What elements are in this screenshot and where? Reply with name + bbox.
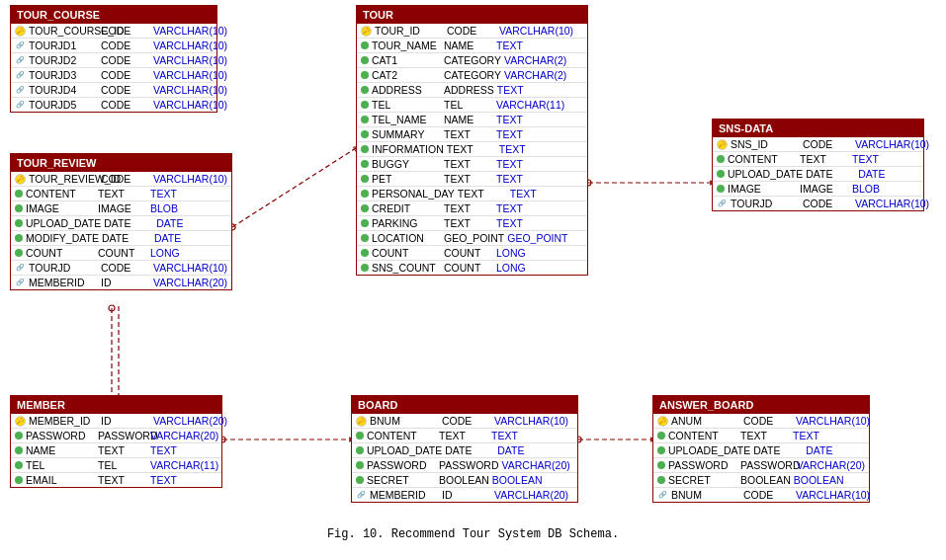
- column-dtype: GEO_POINT: [507, 232, 567, 244]
- column-name: IMAGE: [728, 183, 797, 195]
- table-row: PASSWORDPASSWORDVARCHAR(20): [352, 458, 577, 473]
- column-type: CODE: [803, 138, 852, 150]
- table-row: 🔗TOURJD2CODEVARCLHAR(10): [11, 53, 216, 68]
- column-dtype: VARCHAR(20): [797, 459, 865, 471]
- column-type: PASSWORD: [98, 430, 147, 441]
- column-name: ADDRESS: [372, 84, 441, 96]
- column-name: TOUR_COURSE_ID: [29, 25, 98, 37]
- column-type: PASSWORD: [439, 459, 498, 471]
- table-row: TOUR_NAMENAMETEXT: [357, 39, 587, 53]
- table-row: CAT1CATEGORYVARCHAR(2): [357, 53, 587, 68]
- column-dtype: DATE: [156, 217, 183, 229]
- field-icon: [15, 219, 23, 227]
- column-dtype: DATE: [806, 444, 832, 456]
- field-icon: [361, 41, 369, 49]
- column-dtype: TEXT: [496, 173, 523, 185]
- column-name: TOURJD: [29, 262, 98, 274]
- column-type: CODE: [101, 84, 150, 96]
- column-dtype: VARCLHAR(10): [153, 69, 227, 81]
- column-dtype: VARCLHAR(10): [153, 99, 227, 111]
- column-type: CODE: [101, 54, 150, 66]
- table-header-tour_review: TOUR_REVIEW: [11, 154, 231, 172]
- column-name: PASSWORD: [668, 459, 737, 471]
- column-type: CODE: [101, 99, 150, 111]
- column-dtype: VARCHAR(2): [504, 54, 566, 66]
- column-type: CATEGORY: [444, 69, 501, 81]
- column-name: MEMBER_ID: [29, 415, 98, 427]
- table-row: NAMETEXTTEXT: [11, 443, 221, 458]
- column-name: UPLOAD_DATE: [728, 168, 803, 180]
- column-dtype: VARCHAR(20): [501, 459, 569, 471]
- column-name: MEMBERID: [29, 277, 98, 288]
- table-row: CREDITTEXTTEXT: [357, 201, 587, 216]
- field-icon: [15, 234, 23, 242]
- column-dtype: VARCLHAR(20): [153, 415, 227, 427]
- column-name: TEL: [26, 459, 95, 471]
- column-name: EMAIL: [26, 474, 95, 486]
- column-name: PARKING: [372, 217, 441, 229]
- field-icon: [361, 101, 369, 109]
- column-dtype: TEXT: [496, 158, 523, 170]
- column-name: LOCATION: [372, 232, 441, 244]
- table-header-member: MEMBER: [11, 396, 221, 414]
- table-row: 🔗TOURJD5CODEVARCLHAR(10): [11, 98, 216, 112]
- field-icon: [657, 461, 665, 469]
- table-tour_course: TOUR_COURSE🔑TOUR_COURSE_IDCODEVARCLHAR(1…: [10, 5, 217, 113]
- field-icon: [361, 234, 369, 242]
- column-name: SECRET: [668, 474, 737, 486]
- column-name: SUMMARY: [372, 128, 441, 140]
- table-row: ADDRESSADDRESSTEXT: [357, 83, 587, 98]
- column-name: TEL_NAME: [372, 114, 441, 125]
- field-icon: [356, 432, 364, 440]
- table-row: PARKINGTEXTTEXT: [357, 216, 587, 231]
- column-type: TEXT: [458, 188, 507, 200]
- column-type: PASSWORD: [740, 459, 794, 471]
- column-name: TOURJD2: [29, 54, 98, 66]
- field-icon: [356, 461, 364, 469]
- column-name: TOUR_NAME: [372, 40, 441, 51]
- column-name: TOURJD3: [29, 69, 98, 81]
- column-type: TEXT: [444, 128, 493, 140]
- column-name: TEL: [372, 99, 441, 111]
- column-dtype: VARCLHAR(10): [855, 198, 929, 209]
- table-row: PASSWORDPASSWORDVARCHAR(20): [11, 429, 221, 443]
- link-icon: 🔗: [15, 40, 26, 51]
- field-icon: [361, 71, 369, 79]
- column-dtype: VARCLHAR(10): [153, 173, 227, 185]
- column-type: DATE: [445, 444, 494, 456]
- column-dtype: BOOLEAN: [794, 474, 844, 486]
- field-icon: [15, 432, 23, 440]
- column-name: MEMBERID: [370, 489, 439, 501]
- column-dtype: VARCLHAR(10): [153, 262, 227, 274]
- column-dtype: TEXT: [496, 114, 523, 125]
- column-type: DATE: [102, 232, 151, 244]
- link-icon: 🔗: [15, 70, 26, 81]
- table-row: SECRETBOOLEANBOOLEAN: [653, 473, 869, 488]
- key-icon: 🔑: [356, 416, 367, 427]
- column-type: IMAGE: [800, 183, 849, 195]
- table-row: 🔗MEMBERIDIDVARCLHAR(20): [11, 276, 231, 289]
- column-type: TEXT: [98, 474, 147, 486]
- table-row: EMAILTEXTTEXT: [11, 473, 221, 487]
- column-dtype: TEXT: [496, 128, 523, 140]
- column-dtype: DATE: [497, 444, 524, 456]
- field-icon: [361, 160, 369, 168]
- column-name: CONTENT: [26, 188, 95, 200]
- column-name: MODIFY_DATE: [26, 232, 99, 244]
- column-dtype: VARCHAR(11): [496, 99, 564, 111]
- table-row: 🔑TOUR_REVIEW_IDCODEVARCLHAR(10): [11, 172, 231, 187]
- field-icon: [15, 461, 23, 469]
- column-dtype: TEXT: [491, 430, 518, 441]
- column-name: CONTENT: [668, 430, 737, 441]
- column-name: ANUM: [671, 415, 740, 427]
- column-name: TOURJD5: [29, 99, 98, 111]
- column-name: PET: [372, 173, 441, 185]
- table-row: UPLOAD_DATEDATEDATE: [11, 216, 231, 231]
- column-type: COUNT: [98, 247, 147, 259]
- column-type: ID: [442, 489, 491, 501]
- column-dtype: VARCLHAR(10): [153, 25, 227, 37]
- column-type: BOOLEAN: [740, 474, 791, 486]
- column-name: BUGGY: [372, 158, 441, 170]
- table-row: SUMMARYTEXTTEXT: [357, 127, 587, 142]
- column-dtype: VARCHAR(20): [150, 430, 218, 441]
